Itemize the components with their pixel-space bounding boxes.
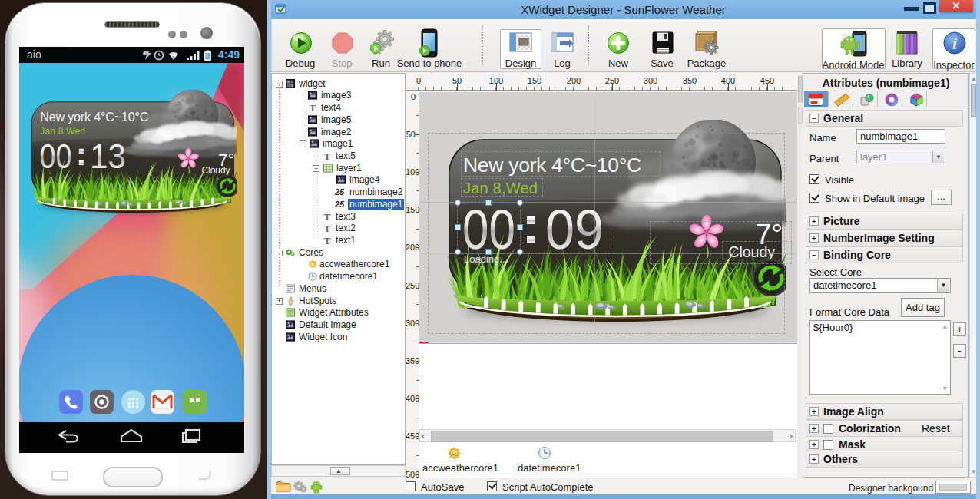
svg-text:T: T [324,212,331,221]
svg-text:T: T [324,223,331,233]
svg-text:13: 13 [90,137,125,175]
svg-text:T: T [310,103,316,112]
svg-text:T: T [324,236,331,245]
svg-text:T: T [324,151,331,160]
svg-text:00: 00 [40,137,72,175]
svg-text:AC: AC [451,452,458,457]
svg-text:i: i [952,35,957,52]
